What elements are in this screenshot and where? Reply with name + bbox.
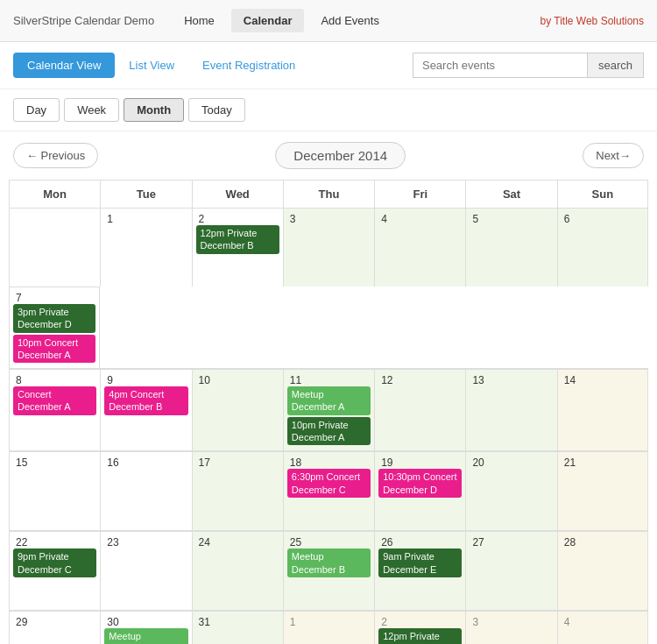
main-nav: Home Calendar Add Events: [172, 9, 540, 32]
event-concert-dec-c[interactable]: 6:30pm Concert December C: [287, 469, 371, 498]
header-tue: Tue: [100, 180, 191, 208]
nav-add-events[interactable]: Add Events: [308, 9, 392, 32]
cell-w3-tue: 16: [100, 451, 191, 530]
cell-w3-fri: 1910:30pm Concert December D: [374, 451, 465, 530]
month-label: December 2014: [275, 142, 406, 169]
event-meetup-dec-c[interactable]: Meetup December C: [104, 628, 187, 644]
cell-w1-sun2: 73pm Private December D10pm Concert Dece…: [9, 287, 100, 368]
week-2: 8Concert December A 94pm Concert Decembe…: [9, 369, 648, 451]
header-thu: Thu: [283, 180, 374, 208]
week-3: 15 16 17 186:30pm Concert December C 191…: [9, 451, 648, 531]
period-bar: Day Week Month Today: [0, 89, 657, 131]
cell-w5-thu: 1: [283, 611, 374, 644]
cell-w4-sun: 28: [557, 531, 648, 610]
period-today[interactable]: Today: [188, 98, 245, 122]
period-month[interactable]: Month: [124, 98, 184, 122]
cell-w4-sat: 27: [465, 531, 556, 610]
cell-w5-mon: 29: [9, 611, 100, 644]
cell-w3-sun: 21: [557, 451, 648, 530]
cell-w2-thu: 11Meetup December A10pm Private December…: [283, 369, 374, 450]
event-concert-dec-b[interactable]: 4pm Concert December B: [104, 386, 187, 415]
cell-w5-sat: 3: [465, 611, 556, 644]
header-mon: Mon: [9, 180, 100, 208]
cell-w1-tue: 1: [100, 208, 191, 287]
top-nav: SilverStripe Calendar Demo Home Calendar…: [0, 0, 657, 42]
cell-w3-thu: 186:30pm Concert December C: [283, 451, 374, 530]
prev-button[interactable]: ← Previous: [13, 143, 98, 168]
tab-calendar-view[interactable]: Calendar View: [13, 53, 115, 78]
header-wed: Wed: [192, 180, 283, 208]
cell-w2-wed: 10: [192, 369, 283, 450]
event-private-dec-a[interactable]: 10pm Private December A: [287, 417, 371, 446]
cell-w5-fri: 212pm Private January B: [374, 611, 465, 644]
next-button[interactable]: Next→: [583, 143, 644, 168]
calendar-header: Mon Tue Wed Thu Fri Sat Sun: [9, 180, 648, 208]
nav-bar: ← Previous December 2014 Next→: [0, 131, 657, 180]
cell-w1-mon: [9, 208, 100, 287]
cell-w3-mon: 15: [9, 451, 100, 530]
header-fri: Fri: [374, 180, 465, 208]
event-private-dec-e[interactable]: 9am Private December E: [378, 548, 462, 577]
cell-w2-tue: 94pm Concert December B: [100, 369, 191, 450]
cell-w5-tue: 30Meetup December C: [100, 611, 191, 644]
cell-w5-wed: 31: [192, 611, 283, 644]
view-tabs: Calendar View List View Event Registrati…: [13, 53, 309, 78]
cell-w2-sat: 13: [465, 369, 556, 450]
view-bar: Calendar View List View Event Registrati…: [0, 42, 657, 89]
event-concert-dec-a[interactable]: Concert December A: [13, 386, 96, 415]
by-title: by Title Web Solutions: [540, 15, 644, 27]
event-private-dec-b[interactable]: 12pm Private December B: [196, 225, 279, 254]
week-4: 229pm Private December C 23 24 25Meetup …: [9, 531, 648, 611]
search-area: search: [413, 53, 644, 78]
cell-w2-fri: 12: [374, 369, 465, 450]
tab-list-view[interactable]: List View: [115, 53, 188, 78]
nav-home[interactable]: Home: [172, 9, 227, 32]
header-sat: Sat: [465, 180, 556, 208]
cell-w4-mon: 229pm Private December C: [9, 531, 100, 610]
week-1: 1 212pm Private December B 3 4 5 6 73pm …: [9, 208, 648, 369]
site-title: SilverStripe Calendar Demo: [13, 14, 154, 27]
event-concert-dec-a-sun[interactable]: 10pm Concert December A: [13, 335, 95, 364]
cell-w2-mon: 8Concert December A: [9, 369, 100, 450]
cell-w4-fri: 269am Private December E: [374, 531, 465, 610]
tab-event-registration[interactable]: Event Registration: [188, 53, 309, 78]
event-private-jan-b[interactable]: 12pm Private January B: [378, 628, 462, 644]
week-5: 29 30Meetup December C 31 1 212pm Privat…: [9, 611, 648, 644]
event-private-dec-c[interactable]: 9pm Private December C: [13, 548, 96, 577]
cell-w5-sun: 4: [557, 611, 648, 644]
event-private-dec-d[interactable]: 3pm Private December D: [13, 304, 95, 333]
search-button[interactable]: search: [588, 53, 644, 78]
period-week[interactable]: Week: [64, 98, 119, 122]
cell-w4-thu: 25Meetup December B: [283, 531, 374, 610]
event-meetup-dec-a[interactable]: Meetup December A: [287, 386, 371, 415]
cell-w1-wed: 212pm Private December B: [192, 208, 283, 287]
header-sun: Sun: [557, 180, 648, 208]
search-input[interactable]: [413, 53, 588, 78]
calendar: Mon Tue Wed Thu Fri Sat Sun 1 212pm Priv…: [0, 180, 657, 644]
cell-w3-wed: 17: [192, 451, 283, 530]
nav-calendar[interactable]: Calendar: [231, 9, 305, 32]
cell-w2-sun: 14: [557, 369, 648, 450]
event-meetup-dec-b[interactable]: Meetup December B: [287, 548, 371, 577]
cell-w3-sat: 20: [465, 451, 556, 530]
event-concert-dec-d[interactable]: 10:30pm Concert December D: [378, 469, 462, 498]
cell-w4-tue: 23: [100, 531, 191, 610]
cell-w1-fri: 4: [374, 208, 465, 287]
period-day[interactable]: Day: [13, 98, 60, 122]
cell-w1-sun: 6: [557, 208, 648, 287]
cell-w1-thu: 3: [283, 208, 374, 287]
cell-w1-sat: 5: [465, 208, 556, 287]
cell-w4-wed: 24: [192, 531, 283, 610]
